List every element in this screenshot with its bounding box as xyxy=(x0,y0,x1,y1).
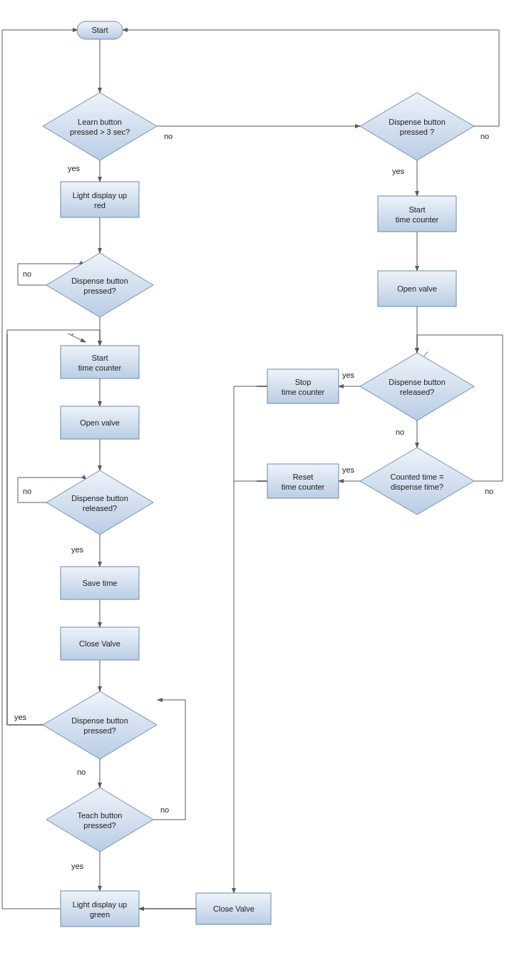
svg-rect-22 xyxy=(61,346,139,378)
svg-text:Dispense button: Dispense button xyxy=(71,277,128,285)
svg-text:pressed > 3 sec?: pressed > 3 sec? xyxy=(70,128,130,136)
svg-text:time counter: time counter xyxy=(282,388,325,396)
svg-text:Stop: Stop xyxy=(295,378,312,386)
label-no: no xyxy=(396,428,404,436)
dispense-decision-right: Dispense button pressed ? xyxy=(360,93,474,160)
svg-text:red: red xyxy=(94,201,106,210)
svg-text:Close Valve: Close Valve xyxy=(79,639,120,648)
svg-rect-36 xyxy=(267,464,339,498)
label-no: no xyxy=(77,768,86,776)
svg-marker-17 xyxy=(46,253,153,317)
svg-text:Dispense button: Dispense button xyxy=(71,494,128,502)
open-valve-right-box: Open valve xyxy=(378,271,456,306)
svg-text:dispense time?: dispense time? xyxy=(391,483,443,491)
svg-text:Open valve: Open valve xyxy=(397,284,437,293)
svg-text:Reset: Reset xyxy=(293,473,314,481)
svg-text:Open valve: Open valve xyxy=(80,418,120,427)
light-red-box: Light display up red xyxy=(61,182,139,217)
reset-counter-box: Reset time counter xyxy=(267,464,339,498)
svg-text:green: green xyxy=(90,910,110,919)
label-yes: yes xyxy=(342,465,355,474)
label-yes: yes xyxy=(68,164,81,172)
dispense-pressed-left-decision: Dispense button pressed? xyxy=(46,253,153,317)
label-no: no xyxy=(164,132,173,140)
svg-text:pressed?: pressed? xyxy=(83,821,115,830)
start-counter-right-box: Start time counter xyxy=(378,196,456,232)
flowchart-canvas: yes no no yes yes no yes no no yes xyxy=(0,0,514,980)
save-time-box: Save time xyxy=(61,567,139,599)
svg-text:pressed?: pressed? xyxy=(83,287,115,295)
label-yes: yes xyxy=(14,713,27,721)
svg-text:pressed?: pressed? xyxy=(83,726,115,735)
svg-marker-46 xyxy=(43,691,157,759)
label-no: no xyxy=(480,132,489,140)
released-left-decision: Dispense button released? xyxy=(46,470,153,535)
svg-text:Light display up: Light display up xyxy=(73,191,127,200)
svg-text:released?: released? xyxy=(83,504,117,512)
svg-text:Light display up: Light display up xyxy=(73,900,127,909)
svg-marker-8 xyxy=(360,93,474,160)
svg-text:Close Valve: Close Valve xyxy=(213,904,255,913)
svg-marker-49 xyxy=(46,788,153,852)
svg-text:Start: Start xyxy=(91,354,108,362)
label-no: no xyxy=(485,487,493,495)
open-valve-left-box: Open valve xyxy=(61,406,139,439)
svg-text:time counter: time counter xyxy=(396,215,439,224)
learn-decision: Learn button pressed > 3 sec? xyxy=(43,93,157,160)
label-no: no xyxy=(23,487,31,495)
svg-marker-39 xyxy=(46,470,153,535)
svg-text:time counter: time counter xyxy=(78,363,122,372)
svg-text:time counter: time counter xyxy=(282,483,325,491)
svg-rect-4 xyxy=(228,371,257,919)
close-valve-right-box: Close Valve xyxy=(196,893,271,924)
dispense-pressed2-decision: Dispense button pressed? xyxy=(43,691,157,759)
svg-text:Learn button: Learn button xyxy=(78,118,122,126)
svg-text:Dispense button: Dispense button xyxy=(389,118,446,126)
svg-text:released?: released? xyxy=(400,388,434,396)
svg-text:Counted time =: Counted time = xyxy=(391,473,444,481)
svg-text:Start: Start xyxy=(408,205,425,214)
svg-rect-30 xyxy=(267,369,339,403)
svg-marker-5 xyxy=(43,93,157,160)
svg-rect-11 xyxy=(61,182,139,217)
svg-rect-52 xyxy=(61,891,139,927)
label-no: no xyxy=(160,805,169,814)
close-valve-left-box: Close Valve xyxy=(61,627,139,660)
svg-text:Teach button: Teach button xyxy=(78,811,123,820)
label-no: no xyxy=(23,269,31,278)
svg-text:Dispense button: Dispense button xyxy=(389,378,446,386)
svg-text:pressed ?: pressed ? xyxy=(400,128,434,136)
svg-text:Dispense button: Dispense button xyxy=(71,716,128,725)
svg-rect-14 xyxy=(378,196,456,232)
start-label: Start xyxy=(91,26,108,34)
svg-text:Save time: Save time xyxy=(83,579,118,587)
label-yes: yes xyxy=(71,545,84,554)
label-yes: yes xyxy=(71,862,84,870)
label-yes: yes xyxy=(342,371,355,379)
light-green-box: Light display up green xyxy=(61,891,139,927)
stop-counter-box: Stop time counter xyxy=(267,369,339,403)
start-counter-left-box: Start time counter xyxy=(61,346,139,378)
label-yes: yes xyxy=(392,167,405,175)
teach-decision: Teach button pressed? xyxy=(46,788,153,852)
